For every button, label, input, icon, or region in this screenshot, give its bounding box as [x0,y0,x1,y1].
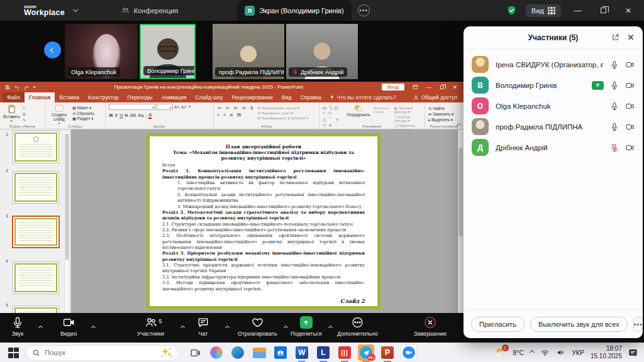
react-options-chevron[interactable] [284,321,287,332]
canvas-scrollbar[interactable] [458,129,464,313]
bold-button[interactable]: Ж [109,112,113,118]
powerpoint-button[interactable]: P [379,344,396,361]
ppt-restore-button[interactable] [436,83,448,91]
underline-button[interactable]: Ч [119,112,123,118]
tab-conference[interactable]: Конференция [114,0,186,21]
grow-font-icon[interactable]: А˄ [174,105,180,109]
slide-thumbnail-1[interactable] [13,131,59,163]
clock[interactable]: 18:07 15.10.2025 [591,345,622,361]
tell-me-box[interactable]: Что вы хотите сделать? [330,94,396,101]
shape-fill-button[interactable]: ◧ Заливка фигуры ▾ [394,106,421,114]
popout-icon[interactable] [609,31,621,44]
thumbnails-scrollbar[interactable] [65,131,69,312]
quick-styles-button[interactable]: Экспресс-стили [374,106,392,114]
replace-button[interactable]: ⇄ Заменить ▾ [428,112,453,116]
share-options-chevron[interactable] [329,321,332,332]
clear-format-icon[interactable]: ✦ [188,104,192,109]
sign-in-button[interactable]: Вход [382,84,404,90]
task-view-button[interactable] [187,344,203,361]
layout-button[interactable]: ▤ Макет ▾ [72,106,94,110]
close-button[interactable]: ✕ [620,4,636,17]
language-indicator[interactable]: УКР [572,349,584,356]
list-buttons-row[interactable]: ≔ ≕ ≪ ≫ ⇅ [217,106,255,111]
char-spacing-button[interactable]: АВ [130,112,136,118]
slide-editor[interactable]: План дисертаційної роботи Тема: «Механіз… [147,133,380,309]
menu-design[interactable]: Конструктор [84,92,123,102]
video-tile-active-speaker[interactable]: Володимир Гринів [140,24,196,79]
shrink-font-icon[interactable]: А˅ [181,105,187,109]
video-tile[interactable]: Olga Klepanchuk [65,24,138,79]
participant-row[interactable]: O Olga Klepanchuk [464,96,643,116]
undo-icon[interactable] [14,85,19,90]
align-buttons-row[interactable]: ≡ ≡ ≣ ▤ [217,112,255,118]
tab-screen-share[interactable]: В Экран (Володимир Гринів) [237,0,351,21]
weather-icon[interactable]: 2 [494,346,507,359]
view-button[interactable]: Вид [526,4,561,17]
menu-slideshow[interactable]: Слайд-шоу [191,92,227,102]
strikethrough-button[interactable]: S [125,112,128,118]
taskbar-search[interactable] [26,345,179,361]
participant-row[interactable]: Д Дрібнюк Андрій [464,137,643,158]
section-button[interactable]: ▦ Раздел ▾ [72,116,94,121]
qat-more-icon[interactable]: ▾ [33,85,36,90]
chat-button[interactable]: Чат [197,316,209,337]
copilot-button[interactable] [208,344,225,361]
menu-review[interactable]: Рецензирование [227,92,277,102]
ppt-minimize-button[interactable]: — [423,83,435,91]
menu-insert[interactable]: Вставка [55,92,84,102]
slide-thumbnail-4[interactable] [13,261,59,294]
invite-button[interactable]: Пригласить [471,317,525,332]
ms-store-button[interactable] [272,344,289,361]
text-direction-button[interactable]: ⇵ Направление текста ▾ [257,106,308,110]
audio-options-chevron[interactable] [39,321,42,332]
italic-button[interactable]: К [115,112,118,118]
video-button[interactable]: Видео [60,316,77,337]
zoom-app-button[interactable] [401,344,417,361]
panel-more-button[interactable]: ••• [633,317,643,332]
menu-transitions[interactable]: Переходы [123,92,157,102]
close-panel-icon[interactable]: ✕ [625,31,637,44]
new-slide-button[interactable]: Создать слайд ▾ [48,104,70,126]
wifi-icon[interactable] [540,348,550,357]
font-size-select[interactable]: ▾ [157,104,173,110]
minimize-button[interactable]: — [570,4,586,17]
file-explorer-button[interactable] [251,344,267,361]
react-button[interactable]: Отреагировать [238,316,277,337]
font-name-select[interactable]: ▾ [109,104,155,110]
volume-icon[interactable] [556,348,565,357]
chat-options-chevron[interactable] [226,321,229,332]
participant-row[interactable]: Ірена СВИДРУК (Организатор, я) [464,54,643,75]
share-access-button[interactable]: Общий доступ [413,94,464,101]
collapse-videos-button[interactable] [44,41,61,58]
arrange-button[interactable]: Упорядочить [346,104,371,117]
video-options-chevron[interactable] [92,321,95,332]
tray-expand-chevron[interactable] [530,350,535,355]
cut-icon[interactable]: ✂ [23,106,26,111]
participant-row[interactable]: проф.Радміла ПІДЛИПНА [464,116,643,137]
copy-icon[interactable]: ⧉ [23,112,26,117]
shape-outline-button[interactable]: ▢ Контур фигуры ▾ [394,115,421,123]
slide-thumbnail-2[interactable] [13,171,59,204]
chevron-down-icon[interactable] [73,7,78,12]
find-button[interactable]: Найти [428,106,453,111]
notifications-icon[interactable] [628,348,638,358]
search-input[interactable] [45,349,139,356]
menu-view[interactable]: Вид [277,92,296,102]
telegram-button[interactable]: 881 [358,344,374,361]
edge-button[interactable] [230,344,246,361]
menu-animations[interactable]: Анимация [157,92,191,102]
app-red-button[interactable]: ||| [336,344,353,361]
video-tile[interactable]: Дрібнюк Андрій [286,24,358,79]
menu-help[interactable]: Справка [296,92,325,102]
word-button[interactable]: W [294,344,310,361]
menu-home[interactable]: Главная [25,92,55,102]
participants-options-chevron[interactable] [181,321,184,332]
participants-button[interactable]: 5 Участники [137,316,164,337]
align-text-button[interactable]: ☰ Выровнять текст ▾ [257,111,308,115]
shield-check-icon[interactable] [506,5,517,16]
menu-file[interactable]: Файл [3,92,25,102]
app-l-button[interactable]: L [315,344,331,361]
start-button[interactable] [8,348,19,358]
zoom-workplace-logo[interactable]: zoom Workplace [24,4,65,17]
audio-button[interactable]: Звук [11,316,24,337]
